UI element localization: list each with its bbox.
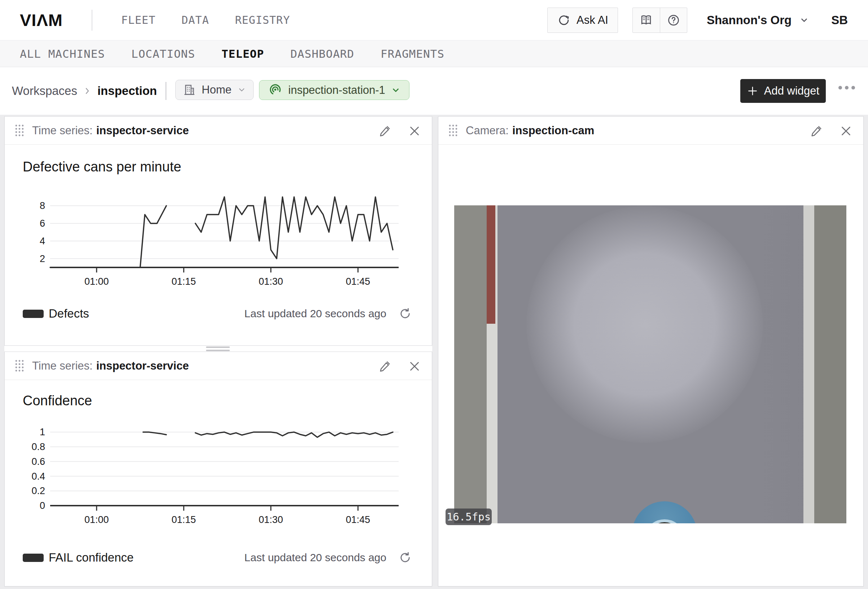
- edit-widget-button[interactable]: [378, 124, 391, 138]
- chart-title: Defective cans per minute: [23, 159, 181, 175]
- legend-swatch: [23, 553, 44, 562]
- svg-text:01:30: 01:30: [259, 276, 283, 287]
- widget-resource-name: inspector-service: [96, 124, 189, 137]
- add-widget-label: Add widget: [764, 84, 819, 98]
- camera-widget: Camera: inspection-cam: [438, 116, 864, 586]
- drag-handle-icon[interactable]: [15, 124, 24, 138]
- workspace-toolbar: Workspaces inspection Home: [0, 67, 868, 115]
- widget-resource-name: inspection-cam: [512, 124, 594, 137]
- building-icon: [183, 83, 196, 96]
- svg-text:01:30: 01:30: [259, 514, 283, 525]
- location-label: Home: [202, 83, 232, 96]
- docs-help-group: [632, 7, 687, 33]
- app-header: VIΛM FLEET DATA REGISTRY Ask AI: [0, 0, 868, 40]
- svg-text:0.4: 0.4: [31, 471, 45, 482]
- widget-header: Time series: inspector-service: [5, 352, 432, 380]
- red-marker-bar: [487, 205, 495, 324]
- edit-widget-button[interactable]: [810, 124, 823, 138]
- avatar[interactable]: SB: [831, 13, 848, 27]
- header-divider: [92, 10, 92, 31]
- svg-text:8: 8: [40, 200, 45, 211]
- book-icon: [639, 13, 653, 27]
- legend-row: Defects Last updated 20 seconds ago: [23, 303, 412, 324]
- fleet-tab-bar: ALL MACHINES LOCATIONS TELEOP DASHBOARD …: [0, 40, 868, 67]
- drag-handle-icon[interactable]: [15, 359, 24, 373]
- text-cursor: [165, 82, 166, 100]
- light-glow: [526, 206, 763, 443]
- close-widget-button[interactable]: [840, 124, 852, 138]
- legend-label: FAIL confidence: [49, 551, 133, 564]
- breadcrumb-workspaces[interactable]: Workspaces: [12, 84, 77, 98]
- close-widget-button[interactable]: [408, 360, 421, 373]
- primary-nav: FLEET DATA REGISTRY: [121, 14, 290, 26]
- nav-fleet[interactable]: FLEET: [121, 14, 155, 26]
- viam-logo: VIΛM: [20, 10, 63, 30]
- timeseries-widget-confidence: Time series: inspector-service Confidenc…: [4, 352, 432, 586]
- chevron-down-icon: [238, 86, 246, 94]
- teleop-workspace: Time series: inspector-service Defective…: [0, 115, 868, 589]
- camera-feed: [454, 205, 846, 523]
- close-widget-button[interactable]: [408, 124, 421, 138]
- docs-button[interactable]: [633, 8, 660, 33]
- right-edge-strip: [803, 205, 814, 523]
- svg-text:01:45: 01:45: [346, 514, 371, 525]
- widget-header: Camera: inspection-cam: [438, 117, 863, 145]
- fps-badge: 16.5fps: [446, 509, 492, 525]
- ask-ai-button[interactable]: Ask AI: [547, 7, 618, 33]
- add-widget-button[interactable]: Add widget: [740, 79, 826, 103]
- ask-ai-label: Ask AI: [577, 14, 608, 27]
- last-updated-text: Last updated 20 seconds ago: [244, 308, 386, 320]
- machine-selector[interactable]: inspection-station-1: [259, 80, 409, 100]
- svg-text:1: 1: [40, 426, 45, 437]
- svg-text:0.2: 0.2: [31, 485, 45, 496]
- widget-header: Time series: inspector-service: [5, 117, 432, 145]
- conveyor-right-rail: [814, 205, 846, 523]
- more-menu-button[interactable]: [838, 86, 855, 89]
- edit-widget-button[interactable]: [378, 360, 391, 373]
- tab-all-machines[interactable]: ALL MACHINES: [20, 47, 105, 60]
- conveyor-left-rail: [454, 205, 487, 523]
- svg-text:01:15: 01:15: [172, 514, 196, 525]
- svg-text:0: 0: [40, 500, 45, 511]
- drag-handle-icon[interactable]: [449, 124, 458, 138]
- machine-label: inspection-station-1: [288, 84, 385, 97]
- svg-text:0.6: 0.6: [31, 456, 45, 467]
- timeseries-widget-defects: Time series: inspector-service Defective…: [4, 116, 432, 346]
- confidence-chart: 00.20.40.60.8101:0001:1501:3001:45: [14, 423, 428, 545]
- org-switcher[interactable]: Shannon's Org: [707, 13, 809, 27]
- chevron-down-icon: [799, 16, 809, 25]
- tab-fragments[interactable]: FRAGMENTS: [381, 47, 444, 60]
- svg-text:01:00: 01:00: [84, 276, 109, 287]
- breadcrumb: Workspaces inspection: [12, 67, 166, 115]
- help-button[interactable]: [660, 8, 687, 33]
- svg-text:2: 2: [40, 253, 45, 264]
- location-selector[interactable]: Home: [175, 80, 254, 100]
- svg-text:0.8: 0.8: [31, 441, 45, 452]
- nav-data[interactable]: DATA: [182, 14, 209, 26]
- tab-locations[interactable]: LOCATIONS: [131, 47, 195, 60]
- widget-kind-label: Time series:: [32, 360, 93, 373]
- tab-dashboard[interactable]: DASHBOARD: [291, 47, 354, 60]
- org-name: Shannon's Org: [707, 13, 791, 27]
- help-icon: [667, 13, 681, 27]
- svg-text:01:45: 01:45: [346, 276, 371, 287]
- workspace-name[interactable]: inspection: [97, 84, 157, 98]
- last-updated-text: Last updated 20 seconds ago: [244, 552, 386, 564]
- widget-resource-name: inspector-service: [96, 360, 189, 373]
- chart-title: Confidence: [23, 393, 92, 408]
- refresh-icon[interactable]: [399, 551, 412, 564]
- widget-kind-label: Time series:: [32, 124, 93, 137]
- plus-icon: [747, 85, 758, 97]
- machine-online-icon: [268, 83, 282, 98]
- svg-text:6: 6: [40, 218, 45, 229]
- tab-teleop[interactable]: TELEOP: [221, 47, 264, 60]
- legend-row: FAIL confidence Last updated 20 seconds …: [23, 547, 412, 568]
- refresh-icon[interactable]: [399, 307, 412, 320]
- nav-registry[interactable]: REGISTRY: [235, 14, 290, 26]
- defects-chart: 246801:0001:1501:3001:45: [14, 189, 428, 293]
- svg-text:01:00: 01:00: [84, 514, 109, 525]
- widget-kind-label: Camera:: [466, 124, 509, 137]
- sparkle-refresh-icon: [557, 13, 571, 27]
- legend-swatch: [23, 310, 44, 318]
- chevron-right-icon: [83, 87, 92, 95]
